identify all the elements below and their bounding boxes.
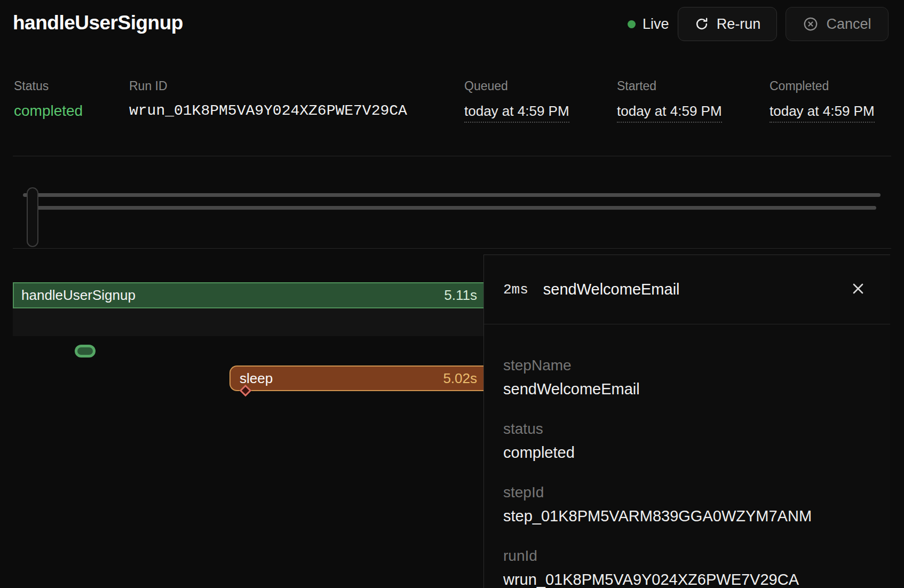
gantt-workflow-duration: 5.11s bbox=[444, 287, 477, 304]
field-status-label: status bbox=[503, 420, 869, 438]
field-step-id-value: step_01K8PM5VARM839GGA0WZYM7ANM bbox=[503, 506, 869, 526]
meta-completed-label: Completed bbox=[770, 79, 875, 93]
run-id-value: wrun_01K8PM5VA9Y024XZ6PWE7V29CA bbox=[129, 102, 407, 119]
step-detail-title: sendWelcomeEmail bbox=[543, 281, 680, 298]
field-step-name-value: sendWelcomeEmail bbox=[503, 379, 869, 399]
close-icon bbox=[850, 291, 867, 299]
started-time-value: today at 4:59 PM bbox=[617, 102, 722, 123]
step-detail-header: 2ms sendWelcomeEmail bbox=[484, 255, 890, 324]
live-label: Live bbox=[643, 16, 669, 33]
header-divider bbox=[13, 156, 891, 156]
live-dot-icon bbox=[628, 20, 636, 28]
meta-run-id-label: Run ID bbox=[129, 79, 407, 93]
meta-queued-label: Queued bbox=[464, 79, 569, 93]
cancel-circle-x-icon bbox=[803, 16, 819, 32]
refresh-icon bbox=[694, 17, 709, 31]
meta-started-label: Started bbox=[617, 79, 722, 93]
live-indicator: Live bbox=[628, 16, 669, 33]
minimap-workflow-track bbox=[23, 193, 881, 197]
queued-time-value: today at 4:59 PM bbox=[464, 102, 569, 123]
step-detail-body: stepName sendWelcomeEmail status complet… bbox=[484, 324, 890, 588]
rerun-button[interactable]: Re-run bbox=[678, 7, 777, 41]
gantt-workflow-label: handleUserSignup bbox=[21, 287, 136, 304]
field-run-id: runId wrun_01K8PM5VA9Y024XZ6PWE7V29CA bbox=[503, 547, 869, 588]
field-status-value: completed bbox=[503, 443, 869, 462]
selected-step-row-highlight bbox=[13, 308, 483, 336]
gantt-sleep-label: sleep bbox=[240, 370, 273, 387]
cancel-label: Cancel bbox=[826, 16, 871, 33]
gantt-bar-workflow[interactable]: handleUserSignup 5.11s bbox=[13, 282, 483, 308]
meta-completed: Completed today at 4:59 PM bbox=[770, 79, 875, 123]
field-status: status completed bbox=[503, 420, 869, 462]
step-duration-badge: 2ms bbox=[503, 282, 528, 298]
field-step-id-label: stepId bbox=[503, 483, 869, 502]
meta-queued: Queued today at 4:59 PM bbox=[464, 79, 569, 123]
completed-time-value: today at 4:59 PM bbox=[770, 102, 875, 123]
field-step-name: stepName sendWelcomeEmail bbox=[503, 356, 869, 399]
field-run-id-label: runId bbox=[503, 547, 869, 565]
field-run-id-value: wrun_01K8PM5VA9Y024XZ6PWE7V29CA bbox=[503, 570, 869, 588]
timeline-divider bbox=[13, 248, 891, 249]
gantt-bar-sleep[interactable]: sleep 5.02s bbox=[229, 365, 483, 391]
field-step-id: stepId step_01K8PM5VARM839GGA0WZYM7ANM bbox=[503, 483, 869, 526]
gantt-step-marker-sendwelcomeemail[interactable] bbox=[75, 345, 96, 357]
rerun-label: Re-run bbox=[717, 16, 761, 33]
minimap-sleep-track bbox=[32, 206, 876, 210]
meta-status: Status completed bbox=[14, 79, 83, 120]
meta-status-label: Status bbox=[14, 79, 83, 93]
page-title: handleUserSignup bbox=[13, 12, 183, 34]
minimap-scrubber-handle[interactable] bbox=[27, 187, 38, 247]
close-panel-button[interactable] bbox=[847, 278, 869, 301]
field-step-name-label: stepName bbox=[503, 356, 869, 375]
status-badge: completed bbox=[14, 102, 83, 119]
step-detail-panel: 2ms sendWelcomeEmail stepName sendWelcom… bbox=[483, 255, 890, 588]
gantt-sleep-duration: 5.02s bbox=[443, 370, 477, 387]
workflow-run-page: handleUserSignup Live Re-run Cancel Stat… bbox=[0, 0, 904, 588]
meta-started: Started today at 4:59 PM bbox=[617, 79, 722, 123]
meta-run-id: Run ID wrun_01K8PM5VA9Y024XZ6PWE7V29CA bbox=[129, 79, 407, 120]
cancel-button[interactable]: Cancel bbox=[786, 7, 889, 41]
